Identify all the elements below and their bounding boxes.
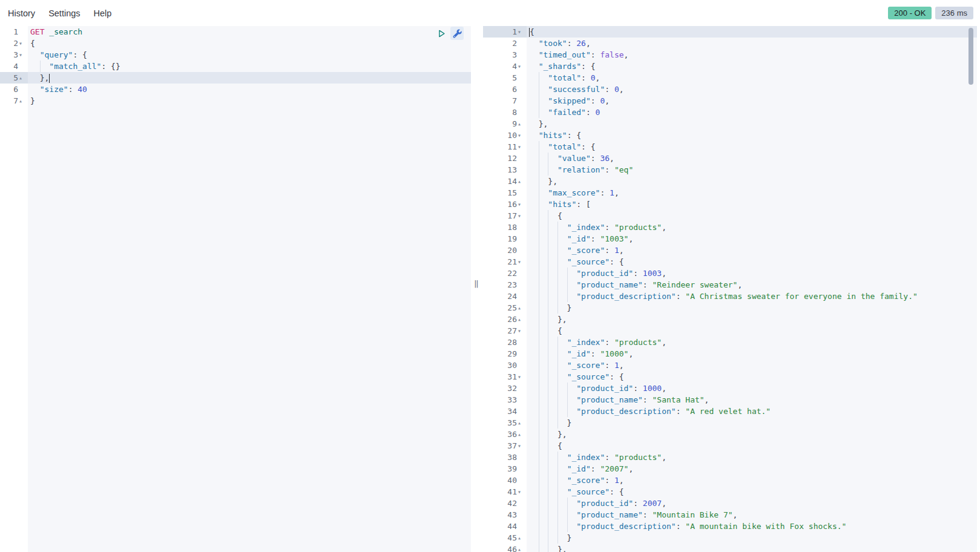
scrollbar-thumb[interactable] [968,28,973,85]
code-line[interactable]: 3▾ "query": { [0,49,471,61]
menu-item-settings[interactable]: Settings [48,8,80,18]
code-line[interactable]: 17▾ { [483,210,977,222]
code-line[interactable]: 15 "max_score": 1, [483,187,977,199]
code-line[interactable]: 3 "timed_out": false, [483,49,977,61]
code-line[interactable]: 1▾{ [483,26,977,38]
fold-close-icon[interactable]: ▴ [517,544,525,552]
indent-guide [557,222,558,233]
console-menu-bar: History Settings Help 200 - OK 236 ms [0,0,980,26]
code-line[interactable]: 40 "_score": 1, [483,475,977,486]
code-line[interactable]: 21▾ "_source": { [483,256,977,268]
code-line[interactable]: 12 "value": 36, [483,153,977,164]
code-line[interactable]: 39 "_id": "2007", [483,463,977,475]
code-line[interactable]: 6 "size": 40 [0,84,471,95]
code-line[interactable]: 25▴ } [483,302,977,314]
code-line[interactable]: 4 "match_all": {} [0,61,471,72]
fold-open-icon[interactable]: ▾ [517,210,525,222]
code-line[interactable]: 37▾ { [483,440,977,452]
fold-close-icon[interactable]: ▴ [517,314,525,325]
indent-guide [548,256,548,268]
code-token: "hits" [548,200,576,209]
fold-open-icon[interactable]: ▾ [517,199,525,210]
fold-open-icon[interactable]: ▾ [517,325,525,337]
menu-item-help[interactable]: Help [94,8,112,18]
code-line[interactable]: 31▾ "_source": { [483,371,977,383]
line-gutter: 11▾ [483,141,527,153]
code-line[interactable]: 30 "_score": 1, [483,360,977,371]
code-line[interactable]: 13 "relation": "eq" [483,164,977,176]
fold-open-icon[interactable]: ▾ [517,141,525,153]
fold-open-icon[interactable]: ▾ [517,440,525,452]
code-line[interactable]: 29 "_id": "1000", [483,348,977,360]
code-token: , [733,510,738,519]
code-line[interactable]: 44 "product_description": "A mountain bi… [483,521,977,532]
indent-guide [548,222,548,233]
fold-open-icon[interactable]: ▾ [517,26,525,38]
line-gutter: 30 [483,360,527,371]
code-line[interactable]: 4▾ "_shards": { [483,61,977,72]
code-line[interactable]: 28 "_index": "products", [483,337,977,348]
fold-open-icon[interactable]: ▾ [18,49,27,61]
line-gutter: 39 [483,463,527,475]
indent-guide [539,394,539,406]
code-line[interactable]: 34 "product_description": "A red velet h… [483,406,977,417]
fold-open-icon[interactable]: ▾ [517,371,525,383]
code-line[interactable]: 26▴ }, [483,314,977,325]
code-line[interactable]: 6 "successful": 0, [483,84,977,95]
code-line[interactable]: 24 "product_description": "A Christmas s… [483,291,977,302]
line-number: 41 [507,486,517,498]
code-line[interactable]: 10▾ "hits": { [483,130,977,141]
fold-close-icon[interactable]: ▴ [517,176,525,187]
code-line[interactable]: 2 "took": 26, [483,38,977,49]
code-line[interactable]: 14▴ }, [483,176,977,187]
fold-close-icon[interactable]: ▴ [517,429,525,440]
fold-close-icon[interactable]: ▴ [517,417,525,429]
fold-open-icon[interactable]: ▾ [517,256,525,268]
fold-close-icon[interactable]: ▴ [517,302,525,314]
fold-close-icon[interactable]: ▴ [18,72,27,84]
code-line[interactable]: 42 "product_id": 2007, [483,498,977,509]
request-options-button[interactable] [450,27,464,40]
code-token: "total" [548,142,581,151]
line-gutter: 44 [483,521,527,532]
code-line[interactable]: 5 "total": 0, [483,72,977,84]
send-request-button[interactable] [435,27,447,39]
code-line[interactable]: 8 "failed": 0 [483,107,977,118]
code-line[interactable]: 11▾ "total": { [483,141,977,153]
fold-open-icon[interactable]: ▾ [517,61,525,72]
request-editor[interactable]: 1GET _search2▾{3▾ "query": {4 "match_all… [0,26,471,552]
code-token: "value" [557,154,591,163]
code-line[interactable]: 7 "skipped": 0, [483,95,977,107]
code-line[interactable]: 19 "_id": "1003", [483,233,977,245]
code-line[interactable]: 32 "product_id": 1000, [483,383,977,394]
code-text: "_score": 1, [527,360,977,371]
fold-close-icon[interactable]: ▴ [517,532,525,544]
code-line[interactable]: 36▴ }, [483,429,977,440]
fold-close-icon[interactable]: ▴ [517,118,525,130]
fold-open-icon[interactable]: ▾ [18,38,27,49]
code-line[interactable]: 1GET _search [0,26,471,38]
code-line[interactable]: 38 "_index": "products", [483,452,977,463]
code-line[interactable]: 7▴} [0,95,471,107]
code-line[interactable]: 18 "_index": "products", [483,222,977,233]
code-line[interactable]: 20 "_score": 1, [483,245,977,256]
code-line[interactable]: 9▴ }, [483,118,977,130]
code-line[interactable]: 27▾ { [483,325,977,337]
menu-item-history[interactable]: History [8,8,35,18]
code-line[interactable]: 22 "product_id": 1003, [483,268,977,279]
fold-open-icon[interactable]: ▾ [517,486,525,498]
fold-close-icon[interactable]: ▴ [18,95,27,107]
code-line[interactable]: 33 "product_name": "Santa Hat", [483,394,977,406]
code-line[interactable]: 2▾{ [0,38,471,49]
code-line[interactable]: 5▴ }, [0,72,471,84]
code-line[interactable]: 35▴ } [483,417,977,429]
code-line[interactable]: 46▴ }, [483,544,977,552]
response-editor[interactable]: 1▾{2 "took": 26,3 "timed_out": false,4▾ … [483,26,977,552]
code-line[interactable]: 41▾ "_source": { [483,486,977,498]
code-line[interactable]: 16▾ "hits": [ [483,199,977,210]
panel-resize-handle[interactable]: ‖ [470,277,483,289]
fold-open-icon[interactable]: ▾ [517,130,525,141]
code-line[interactable]: 45▴ } [483,532,977,544]
code-line[interactable]: 23 "product_name": "Reindeer sweater", [483,279,977,291]
code-line[interactable]: 43 "product_name": "Mountain Bike 7", [483,509,977,521]
